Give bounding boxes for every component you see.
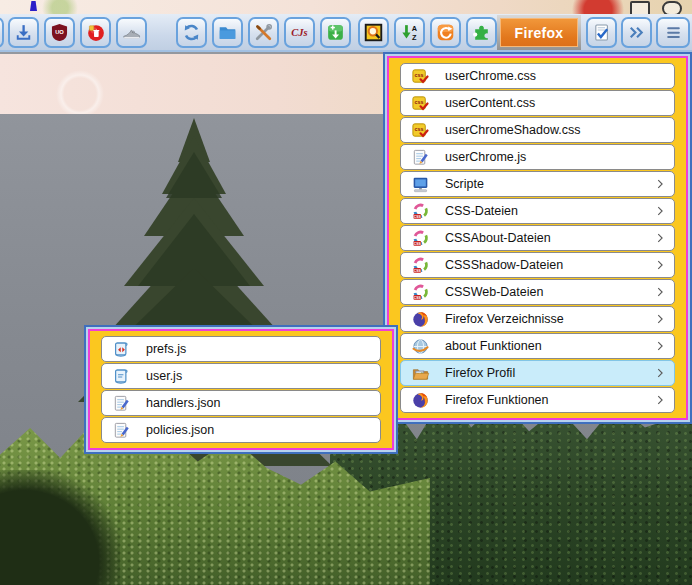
hamburger-menu-button[interactable] [656,17,690,48]
svg-text:css: css [414,72,423,78]
firefox-profil-submenu: prefs.js user.js handlers.json policies.… [84,325,398,454]
firefox-menu-button-label: Firefox [515,25,564,41]
js-edit-icon [410,147,430,167]
theme-header-strip [0,0,692,14]
ublock-button[interactable]: UO [44,17,75,48]
css-swirl-icon: CSS [410,255,430,275]
session-check-icon [591,22,612,43]
menu-item-label: userContent.css [445,96,535,110]
prefs-scroll-icon [111,339,131,359]
submenu-item-prefs-js[interactable]: prefs.js [101,336,381,362]
firefox-menu-button[interactable]: Firefox [497,15,581,50]
menu-item-userchrome-js[interactable]: userChrome.js [400,144,675,170]
menu-item-userchromeshadow-css[interactable]: css userChromeShadow.css [400,117,675,143]
restart-button[interactable] [430,17,461,48]
svg-text:CSS: CSS [413,295,421,299]
svg-text:UO: UO [55,29,64,35]
css-file-icon: css [410,66,430,86]
ublock-shield-icon: UO [49,22,70,43]
submenu-chevron-icon [653,366,667,380]
sync-button[interactable] [176,17,207,48]
folder-icon [217,22,238,43]
folder-button[interactable] [212,17,243,48]
submenu-chevron-icon [653,258,667,272]
submenu-chevron-icon [653,312,667,326]
menu-item-firefox-profil[interactable]: Firefox Profil [400,360,675,386]
css-swirl-icon: CSS [410,282,430,302]
sort-az-button[interactable]: A Z [394,17,425,48]
svg-text:CSS: CSS [413,214,421,218]
css-swirl-icon: CSS [410,228,430,248]
firefox-logo-icon [410,390,430,410]
menu-item-userchrome-css[interactable]: css userChrome.css [400,63,675,89]
menu-item-label: CSSShadow-Dateien [445,258,563,272]
sneaker-icon [121,22,142,43]
submenu-chevron-icon [653,339,667,353]
submenu-chevron-icon [653,177,667,191]
puzzle-button[interactable] [466,17,497,48]
clear-cache-icon [85,22,106,43]
css-file-icon: css [410,120,430,140]
user-scroll-icon [111,366,131,386]
session-check-button[interactable] [586,17,617,48]
menu-item-css-dateien[interactable]: CSS CSS-Dateien [400,198,675,224]
firefox-logo-icon [410,309,430,329]
hamburger-menu-icon [663,22,684,43]
menu-item-label: Firefox Funktionen [445,393,549,407]
submenu-item-label: prefs.js [146,342,186,356]
svg-text:css: css [414,126,423,132]
clipped-toolbar-button[interactable] [0,17,4,48]
submenu-item-handlers-json[interactable]: handlers.json [101,390,381,416]
menu-item-cssweb-dateien[interactable]: CSS CSSWeb-Dateien [400,279,675,305]
submenu-item-policies-json[interactable]: policies.json [101,417,381,443]
svg-text:Z: Z [412,33,417,42]
sort-az-icon: A Z [399,22,420,43]
puzzle-icon [471,22,492,43]
page-search-icon [363,22,384,43]
userchromejs-icon: CJs [289,22,310,43]
menu-item-scripte[interactable]: Scripte [400,171,675,197]
svg-text:CJs: CJs [291,27,307,38]
clear-cache-button[interactable] [80,17,111,48]
menu-item-label: Firefox Profil [445,366,515,380]
submenu-chevron-icon [653,231,667,245]
menu-item-label: CSSWeb-Dateien [445,285,543,299]
firefox-dropdown-menu: css userChrome.css css userContent.css c… [383,52,692,424]
profile-folder-icon [410,363,430,383]
dark-bush-shadow [0,470,120,585]
menu-item-label: userChromeShadow.css [445,123,580,137]
menu-item-cssshadow-dateien[interactable]: CSS CSSShadow-Dateien [400,252,675,278]
submenu-item-label: handlers.json [146,396,220,410]
js-edit-icon [111,393,131,413]
submenu-item-user-js[interactable]: user.js [101,363,381,389]
tools-button[interactable] [248,17,279,48]
about-globe-icon [410,336,430,356]
submenu-chevron-icon [653,285,667,299]
menu-item-firefox-funktionen[interactable]: Firefox Funktionen [400,387,675,413]
svg-text:CSS: CSS [413,268,421,272]
addon-install-button[interactable] [320,17,351,48]
overflow-chevron-icon [626,22,647,43]
scripts-monitor-icon [410,174,430,194]
svg-text:css: css [414,99,423,105]
pen-decoration [30,1,37,11]
css-file-icon: css [410,93,430,113]
overflow-button[interactable] [621,17,652,48]
submenu-chevron-icon [653,393,667,407]
css-swirl-icon: CSS [410,201,430,221]
userchromejs-button[interactable]: CJs [284,17,315,48]
menu-item-label: Firefox Verzeichnisse [445,312,564,326]
menu-item-label: userChrome.css [445,69,536,83]
sneaker-button[interactable] [116,17,147,48]
menu-item-cssabout-dateien[interactable]: CSS CSSAbout-Dateien [400,225,675,251]
menu-item-firefox-verzeichnisse[interactable]: Firefox Verzeichnisse [400,306,675,332]
menu-item-label: userChrome.js [445,150,526,164]
menu-item-about-funktionen[interactable]: about Funktionen [400,333,675,359]
addon-install-icon [325,22,346,43]
download-icon [13,22,34,43]
page-search-button[interactable] [358,17,389,48]
menu-item-usercontent-css[interactable]: css userContent.css [400,90,675,116]
download-button[interactable] [8,17,39,48]
restart-icon [435,22,456,43]
tools-icon [253,22,274,43]
